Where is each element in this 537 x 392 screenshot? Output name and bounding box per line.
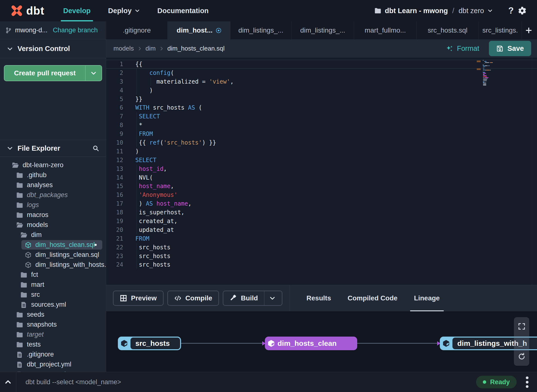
file-tab[interactable]: dim_listings_... [292, 21, 354, 39]
lineage-node-dim-hosts-clean[interactable]: dim_hosts_clean [265, 337, 357, 350]
file-tab[interactable]: .gitignore [106, 21, 168, 39]
tree-item[interactable]: snapshots [0, 320, 106, 330]
nav-documentation[interactable]: Documentation [157, 0, 209, 21]
line-number: 24 [106, 261, 123, 269]
file-tab[interactable]: src_hosts.sql [417, 21, 479, 39]
tree-item-label: .gitignore [27, 351, 54, 358]
nav-develop[interactable]: Develop [63, 0, 91, 21]
code-token: updated_at [135, 226, 174, 233]
tree-item[interactable]: dim_listings_clean.sql [0, 250, 106, 260]
tree-item[interactable]: mart [0, 280, 106, 290]
tree-item[interactable]: analyses [0, 180, 106, 190]
minimap-line [483, 82, 484, 82]
save-button[interactable]: Save [489, 41, 531, 56]
code-token: ) [135, 200, 146, 207]
indent-guide [137, 217, 137, 226]
tab-results[interactable]: Results [298, 285, 339, 311]
tab-compiled-code[interactable]: Compiled Code [339, 285, 406, 311]
code-line: 11) [106, 147, 537, 156]
breadcrumb-models[interactable]: models [113, 45, 134, 52]
code-line: 15 host_name, [106, 182, 537, 191]
create-pull-request-button[interactable]: Create pull request [4, 65, 102, 81]
tree-item-label: dbt_packages [27, 191, 68, 199]
file-tab[interactable]: src_listings. [479, 21, 522, 39]
tree-item[interactable]: README.md [0, 369, 106, 372]
search-icon[interactable] [92, 145, 99, 152]
code-editor[interactable]: 1{{2 config(3 materialized = 'view',4 )5… [106, 58, 537, 285]
tab-lineage[interactable]: Lineage [406, 285, 448, 311]
tree-item-label: dbt_project.yml [27, 361, 71, 368]
command-bar-toggle[interactable] [0, 372, 16, 392]
version-control-header[interactable]: Version Control [0, 39, 106, 58]
tree-item[interactable]: seeds [0, 310, 106, 320]
tree-item[interactable]: macros [0, 210, 106, 220]
refresh-icon[interactable] [518, 353, 526, 360]
tree-item-label: src [31, 291, 40, 298]
minimap[interactable] [483, 60, 497, 87]
code-line: 9 FROM [106, 130, 537, 138]
build-button[interactable]: Build [223, 291, 282, 306]
docs-book-icon[interactable] [101, 27, 101, 34]
tree-item[interactable]: .gitignore [0, 349, 106, 359]
code-token: , [188, 200, 191, 207]
tree-item[interactable]: fct [0, 270, 106, 280]
tree-item[interactable]: dbt_project.yml [0, 359, 106, 369]
file-tab[interactable]: dim_host... [168, 21, 230, 39]
code-line: 19 created_at, [106, 217, 537, 226]
change-branch-link[interactable]: Change branch [53, 26, 98, 34]
indent-guide [137, 121, 137, 130]
code-token: 'Anonymous' [139, 192, 177, 198]
command-input[interactable] [16, 378, 476, 386]
project-switcher[interactable]: dbt Learn - mwong / dbt zero [374, 7, 493, 15]
tree-item[interactable]: dbt-learn-zero [0, 160, 106, 170]
tree-item[interactable]: logs [0, 200, 106, 210]
tree-item[interactable]: dim_listings_with_hosts... [0, 260, 106, 270]
settings-gear-icon[interactable] [518, 6, 527, 15]
logo-wordmark: dbt [26, 4, 44, 17]
tree-item-label: fct [31, 271, 38, 279]
code-token: src_hosts [135, 253, 171, 260]
tree-item[interactable]: dbt_packages [0, 190, 106, 200]
chevron-down-icon [135, 8, 140, 13]
line-number: 2 [106, 69, 123, 77]
tree-item[interactable]: .github [0, 170, 106, 180]
minimap-line [483, 68, 483, 68]
tree-item[interactable]: src [0, 290, 106, 300]
tree-item[interactable]: dim [0, 230, 106, 240]
lineage-node-src-hosts[interactable]: src_hosts [118, 337, 181, 350]
code-token: AS [146, 200, 153, 207]
minimap-line [490, 70, 491, 70]
tree-item[interactable]: models [0, 220, 106, 230]
help-button[interactable]: ? [508, 6, 514, 16]
new-tab-button[interactable] [522, 21, 535, 39]
tree-item-label: target [27, 331, 44, 338]
format-button[interactable]: Format [439, 44, 485, 52]
create-pull-request-label[interactable]: Create pull request [4, 66, 86, 81]
indent-guide [137, 138, 137, 147]
fullscreen-icon[interactable] [518, 322, 526, 330]
tree-item[interactable]: target [0, 330, 106, 340]
panel-divider [290, 285, 290, 311]
tree-item[interactable]: dim_hosts_clean.sql [0, 240, 106, 250]
format-label: Format [457, 44, 479, 52]
chevron-down-icon[interactable] [269, 295, 276, 301]
file-explorer-header[interactable]: File Explorer [0, 140, 106, 157]
code-line: 20 updated_at [106, 226, 537, 234]
indent-guide [151, 77, 151, 86]
minimap-line [483, 65, 484, 66]
preview-button[interactable]: Preview [113, 291, 164, 306]
kebab-menu-icon[interactable] [521, 376, 533, 388]
editor-scrollbar[interactable] [532, 58, 532, 285]
file-tab[interactable]: dim_listings_... [230, 21, 292, 39]
code-text: FROM [135, 235, 537, 243]
pr-dropdown-caret[interactable] [86, 66, 102, 81]
file-icon [20, 301, 27, 308]
nav-deploy[interactable]: Deploy [108, 0, 140, 21]
breadcrumb-dim[interactable]: dim [146, 45, 156, 52]
line-number: 19 [106, 217, 123, 225]
tree-item[interactable]: tests [0, 340, 106, 349]
tree-item[interactable]: sources.yml [0, 300, 106, 310]
lineage-canvas[interactable]: src_hosts dim_hosts_clean dim_listings_w… [106, 311, 537, 372]
compile-button[interactable]: Compile [167, 291, 219, 306]
file-tab[interactable]: mart_fullmo... [354, 21, 417, 39]
